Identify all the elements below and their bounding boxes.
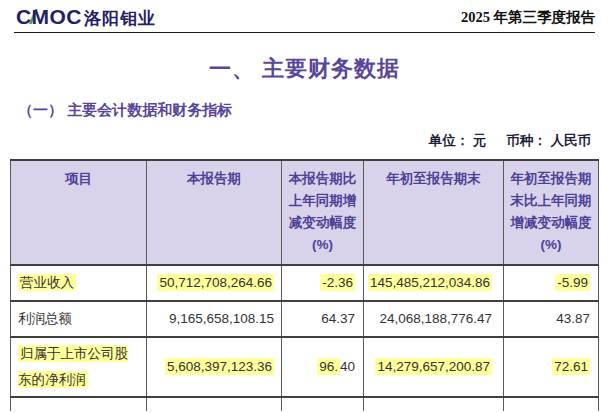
- cell-ytd-change: 43.87: [504, 301, 599, 337]
- table-header-row: 项目 本报告期 本报告期比上年同期增减变动幅度(%) 年初至报告期末 年初至报告…: [11, 160, 599, 265]
- section-title: 一、 主要财务数据: [0, 54, 609, 84]
- document-header: C / MOC 洛阳钼业 2025 年第三季度报告: [0, 0, 609, 32]
- cell-ytd-change: -5.99: [504, 265, 599, 301]
- report-page: C / MOC 洛阳钼业 2025 年第三季度报告 一、 主要财务数据 （一） …: [0, 0, 609, 413]
- cell-current-period: 9,165,658,108.15: [147, 301, 282, 337]
- cell-ytd-change: 72.61: [504, 337, 599, 397]
- table-row-net-profit: 归属于上市公司股东的净利润 5,608,397,123.36 96.40 14,…: [11, 337, 599, 397]
- cell-ytd: 14,279,657,200.87: [364, 337, 504, 397]
- cell-label: 营业收入: [11, 265, 147, 301]
- header-current-period: 本报告期: [147, 160, 282, 265]
- cell-empty: [364, 397, 504, 411]
- cell-ytd: 24,068,188,776.47: [364, 301, 504, 337]
- cell-current-period: 50,712,708,264.66: [147, 265, 282, 301]
- table-row-revenue: 营业收入 50,712,708,264.66 -2.36 145,485,212…: [11, 265, 599, 301]
- cell-empty: [11, 397, 147, 411]
- logo-letters-moc: MOC: [32, 5, 83, 29]
- cell-label: 归属于上市公司股东的净利润: [11, 337, 147, 397]
- header-ytd-change: 年初至报告期末比上年同期增减变动幅度(%): [504, 160, 599, 265]
- logo-chinese-name: 洛阳钼业: [84, 7, 156, 30]
- currency-label: 币种： 人民币: [506, 133, 591, 148]
- cell-period-change: 96.40: [282, 337, 364, 397]
- header-item: 项目: [11, 160, 147, 265]
- cell-period-change: 64.37: [282, 301, 364, 337]
- header-ytd: 年初至报告期末: [364, 160, 504, 265]
- table-row-total-profit: 利润总额 9,165,658,108.15 64.37 24,068,188,7…: [11, 301, 599, 337]
- cell-empty: [282, 397, 364, 411]
- financial-data-table: 项目 本报告期 本报告期比上年同期增减变动幅度(%) 年初至报告期末 年初至报告…: [10, 159, 599, 411]
- cell-period-change: -2.36: [282, 265, 364, 301]
- header-divider: [14, 32, 595, 33]
- cmoc-logo: C / MOC 洛阳钼业: [16, 5, 156, 30]
- cell-ytd: 145,485,212,034.86: [364, 265, 504, 301]
- cell-empty: [147, 397, 282, 411]
- unit-currency-line: 单位： 元 币种： 人民币: [0, 132, 591, 150]
- cell-current-period: 5,608,397,123.36: [147, 337, 282, 397]
- report-period-title: 2025 年第三季度报告: [461, 8, 595, 30]
- cell-empty: [504, 397, 599, 411]
- table-row-partial: [11, 397, 599, 411]
- section-subtitle: （一） 主要会计数据和财务指标: [18, 101, 609, 120]
- unit-label: 单位： 元: [429, 133, 487, 148]
- header-current-period-change: 本报告期比上年同期增减变动幅度(%): [282, 160, 364, 265]
- cell-label: 利润总额: [11, 301, 147, 337]
